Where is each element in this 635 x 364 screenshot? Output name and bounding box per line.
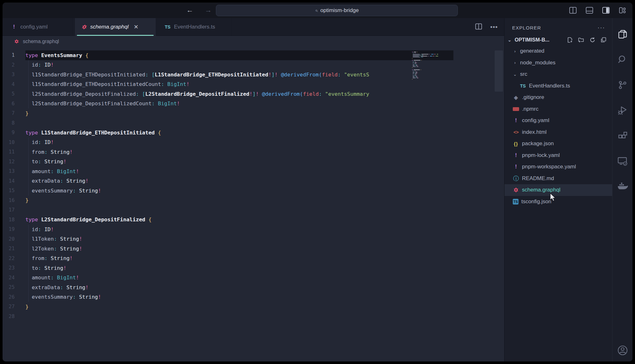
search-icon[interactable]: [612, 50, 632, 69]
explorer-icon[interactable]: [612, 24, 632, 44]
minimap[interactable]: [412, 52, 453, 81]
info-file-icon: ⓘ: [513, 175, 519, 182]
collapse-all-icon[interactable]: [601, 37, 606, 43]
refresh-icon[interactable]: [590, 37, 595, 43]
workspace-name: OPTIMISM-B...: [515, 37, 549, 43]
code-line-27[interactable]: 27}: [3, 302, 504, 312]
close-icon[interactable]: ✕: [134, 23, 138, 30]
split-editor-icon[interactable]: [475, 23, 482, 31]
code-line-13[interactable]: 13 amount: BigInt!: [3, 166, 504, 176]
extensions-icon[interactable]: [612, 126, 632, 146]
code-line-19[interactable]: 19 id: ID!: [3, 224, 504, 234]
code-text: type L2StandardBridge_DepositFinalized {: [25, 217, 151, 223]
line-number: 28: [3, 314, 25, 319]
code-line-14[interactable]: 14 extraData: String!: [3, 176, 504, 186]
toggle-sidebar-right-icon[interactable]: [601, 6, 610, 15]
tab-config-yaml[interactable]: ! config.yaml: [5, 18, 72, 36]
line-number: 21: [3, 246, 25, 251]
code-line-6[interactable]: 6 l2StandardBridge_DepositFinalizedCount…: [3, 99, 504, 109]
minimap-line: [412, 53, 453, 53]
file-name: EventHandlers.ts: [529, 83, 570, 89]
code-line-9[interactable]: 9type L1StandardBridge_ETHDepositInitiat…: [3, 128, 504, 138]
file-item-eventhandlers-ts[interactable]: TSEventHandlers.ts: [505, 80, 612, 92]
code-text: }: [25, 304, 29, 310]
file-item-pnpm-workspace-yaml[interactable]: !pnpm-workspace.yaml: [505, 161, 612, 173]
minimap-line: [412, 72, 453, 72]
folder-item-generated[interactable]: ›generated: [505, 45, 612, 57]
code-line-22[interactable]: 22 from: String!: [3, 254, 504, 263]
code-line-16[interactable]: 16}: [3, 196, 504, 205]
command-search-box[interactable]: ⌕ optimism-bridge: [216, 5, 458, 16]
customize-layout-icon[interactable]: [618, 6, 627, 15]
explorer-sidebar: EXPLORER ··· ⌄ OPTIMISM-B... ›generated›…: [504, 18, 612, 361]
line-number: 22: [3, 256, 25, 261]
code-line-23[interactable]: 23 to: String!: [3, 263, 504, 273]
remote-explorer-icon[interactable]: [612, 151, 632, 171]
toggle-panel-left-icon[interactable]: [568, 6, 577, 15]
breadcrumb[interactable]: ✡ schema.graphql: [3, 36, 504, 47]
yaml-file-icon: !: [513, 152, 519, 159]
new-folder-icon[interactable]: [578, 37, 584, 43]
forward-icon[interactable]: →: [204, 5, 213, 15]
code-line-12[interactable]: 12 to: String!: [3, 157, 504, 167]
npm-file-icon: [513, 107, 519, 111]
toggle-panel-bottom-icon[interactable]: [585, 6, 594, 15]
more-actions-icon[interactable]: •••: [490, 23, 498, 31]
file-item--gitignore[interactable]: ◈.gitignore: [505, 92, 612, 103]
code-line-11[interactable]: 11 from: String!: [3, 147, 504, 157]
tab-schema-graphql[interactable]: ✡ schema.graphql ✕: [75, 18, 156, 36]
code-line-26[interactable]: 26 eventsSummary: String!: [3, 292, 504, 302]
code-line-24[interactable]: 24 amount: BigInt!: [3, 273, 504, 283]
file-name: config.yaml: [522, 117, 549, 124]
html-file-icon: <>: [513, 129, 519, 135]
line-number: 14: [3, 178, 25, 184]
current-line-highlight: [25, 50, 453, 60]
tab-label: EventHandlers.ts: [174, 24, 215, 30]
code-line-10[interactable]: 10 id: ID!: [3, 138, 504, 147]
graphql-icon: ✡: [81, 24, 87, 30]
code-line-8[interactable]: 8: [3, 118, 504, 128]
tab-eventhandlers-ts[interactable]: TS EventHandlers.ts: [159, 18, 232, 36]
code-line-28[interactable]: 28: [3, 312, 504, 322]
minimap-line: [412, 59, 453, 60]
code-line-15[interactable]: 15 eventsSummary: String!: [3, 186, 504, 196]
docker-icon[interactable]: [612, 177, 632, 196]
file-item--npmrc[interactable]: .npmrc: [505, 103, 612, 115]
tab-label: schema.graphql: [90, 24, 129, 30]
file-item-package-json[interactable]: {}package.json: [505, 138, 612, 150]
explorer-title: EXPLORER: [512, 25, 541, 30]
file-name: pnpm-lock.yaml: [522, 152, 560, 159]
code-line-25[interactable]: 25 extraData: String!: [3, 283, 504, 292]
minimap-line: [412, 66, 453, 67]
account-icon[interactable]: [617, 345, 628, 357]
file-item-tsconfig-json[interactable]: TStsconfig.json: [505, 196, 612, 208]
folder-item-node-modules[interactable]: ›node_modules: [505, 57, 612, 69]
code-line-18[interactable]: 18type L2StandardBridge_DepositFinalized…: [3, 215, 504, 225]
folder-item-src[interactable]: ⌄src: [505, 68, 612, 80]
file-item-readme-md[interactable]: ⓘREADME.md: [505, 173, 612, 185]
file-name: generated: [520, 48, 545, 54]
scrollbar-slider[interactable]: [495, 50, 503, 92]
file-item-schema-graphql[interactable]: ✡schema.graphql: [505, 184, 612, 196]
line-number: 13: [3, 168, 25, 174]
code-line-7[interactable]: 7}: [3, 108, 504, 118]
code-text: l1StandardBridge_ETHDepositInitiated: [L…: [25, 72, 369, 78]
code-text: to: String!: [25, 159, 66, 165]
new-file-icon[interactable]: [567, 37, 573, 43]
code-line-17[interactable]: 17: [3, 205, 504, 215]
code-text: }: [25, 110, 29, 116]
run-debug-icon[interactable]: [612, 101, 632, 120]
code-line-5[interactable]: 5 l2StandardBridge_DepositFinalized: [L2…: [3, 89, 504, 99]
source-control-icon[interactable]: [612, 75, 632, 95]
explorer-more-icon[interactable]: ···: [598, 24, 605, 31]
code-editor[interactable]: 1type EventsSummary {2 id: ID!3 l1Standa…: [3, 47, 504, 361]
line-number: 15: [3, 188, 25, 193]
file-item-index-html[interactable]: <>index.html: [505, 127, 612, 138]
back-icon[interactable]: ←: [185, 5, 195, 15]
file-item-config-yaml[interactable]: !config.yaml: [505, 115, 612, 127]
code-text: l1Token: String!: [25, 236, 82, 242]
file-item-pnpm-lock-yaml[interactable]: !pnpm-lock.yaml: [505, 150, 612, 161]
code-line-21[interactable]: 21 l2Token: String!: [3, 244, 504, 254]
code-line-20[interactable]: 20 l1Token: String!: [3, 234, 504, 244]
workspace-section-header[interactable]: ⌄ OPTIMISM-B...: [505, 35, 612, 45]
